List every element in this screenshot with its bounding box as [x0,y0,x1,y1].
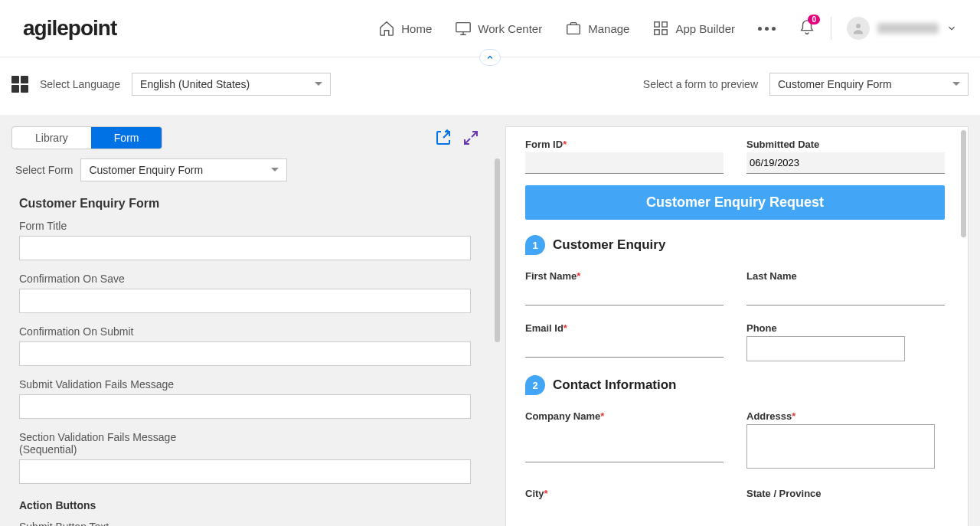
address-input[interactable] [746,424,935,469]
form-title-input[interactable] [19,236,471,260]
svg-rect-3 [662,22,667,27]
tab-library[interactable]: Library [12,127,91,149]
nav-home-label: Home [401,22,432,35]
home-icon [378,20,395,37]
step-1-badge: 1 [525,235,545,255]
submit-fail-label: Submit Validation Fails Message [19,378,486,390]
email-input[interactable] [525,336,724,358]
company-label: Company Name* [525,410,724,422]
form-section-title: Customer Enquiry Form [19,197,486,211]
confirmation-submit-input[interactable] [19,341,471,366]
form-id-label: Form ID* [525,139,724,150]
city-label: City* [525,488,724,499]
collapse-header-button[interactable] [479,49,501,66]
submitted-date-input[interactable] [746,152,945,174]
right-scrollbar[interactable] [961,130,966,237]
notification-badge: 0 [808,15,820,25]
confirmation-save-label: Confirmation On Save [19,273,486,285]
submitted-date-label: Submitted Date [746,139,945,150]
form-preview-select-value: Customer Enquiry Form [778,78,892,90]
language-select[interactable]: English (United States) [132,73,331,96]
submit-fail-input[interactable] [19,394,471,419]
first-name-input[interactable] [525,284,724,305]
nav-home[interactable]: Home [378,20,432,37]
select-form-value: Customer Enquiry Form [89,164,203,176]
svg-rect-0 [456,23,470,32]
select-form-dropdown[interactable]: Customer Enquiry Form [80,158,287,181]
avatar [847,17,870,40]
company-input[interactable] [525,441,724,462]
last-name-label: Last Name [746,270,945,282]
popout-add-icon[interactable] [434,129,452,147]
nav-appbuilder-label: App Builder [675,22,735,35]
briefcase-icon [565,20,582,37]
nav-workcenter[interactable]: Work Center [455,20,542,37]
form-preview-label: Select a form to preview [643,78,758,90]
form-preview-select[interactable]: Customer Enquiry Form [769,73,969,96]
form-id-input[interactable] [525,152,724,174]
step-1-title: Customer Enquiry [553,237,665,253]
user-name-blurred [877,23,939,34]
section-fail-label: Section Validation Fails Message(Sequent… [19,431,486,456]
form-title-label: Form Title [19,220,486,232]
language-select-value: English (United States) [140,78,250,90]
svg-rect-4 [655,30,659,34]
last-name-input[interactable] [746,284,945,305]
nav-appbuilder[interactable]: App Builder [652,20,735,37]
nav-manage[interactable]: Manage [565,20,629,37]
left-scrollbar[interactable] [495,158,500,342]
submit-button-text-label: Submit Button Text [19,521,486,526]
step-2-badge: 2 [525,375,545,395]
svg-rect-5 [662,30,667,34]
svg-rect-1 [567,25,580,34]
nav-more-icon[interactable] [758,27,776,31]
step-2-title: Contact Information [553,377,677,393]
user-menu[interactable] [847,17,957,40]
address-label: Addresss* [746,410,945,422]
svg-rect-2 [655,22,659,27]
chevron-up-icon [485,53,495,62]
action-buttons-heading: Action Buttons [19,499,486,511]
email-label: Email Id* [525,322,724,334]
monitor-icon [455,20,472,37]
nav-manage-label: Manage [588,22,629,35]
select-language-label: Select Language [40,78,120,90]
phone-label: Phone [746,322,945,334]
confirmation-save-input[interactable] [19,289,471,313]
nav-workcenter-label: Work Center [478,22,542,35]
apps-icon [652,20,669,37]
section-fail-input[interactable] [19,459,471,484]
state-label: State / Province [746,488,945,499]
expand-icon[interactable] [462,129,480,147]
tab-form[interactable]: Form [91,127,162,149]
chevron-down-icon [946,23,957,34]
confirmation-submit-label: Confirmation On Submit [19,325,486,338]
phone-input[interactable] [746,336,905,361]
svg-point-6 [856,24,861,28]
notifications-button[interactable]: 0 [799,19,815,38]
grid-view-icon[interactable] [11,76,28,93]
first-name-label: First Name* [525,270,724,282]
logo: agilepoint [23,16,116,41]
select-form-label: Select Form [15,164,73,176]
divider [831,17,831,40]
form-banner: Customer Enquiry Request [525,185,945,220]
